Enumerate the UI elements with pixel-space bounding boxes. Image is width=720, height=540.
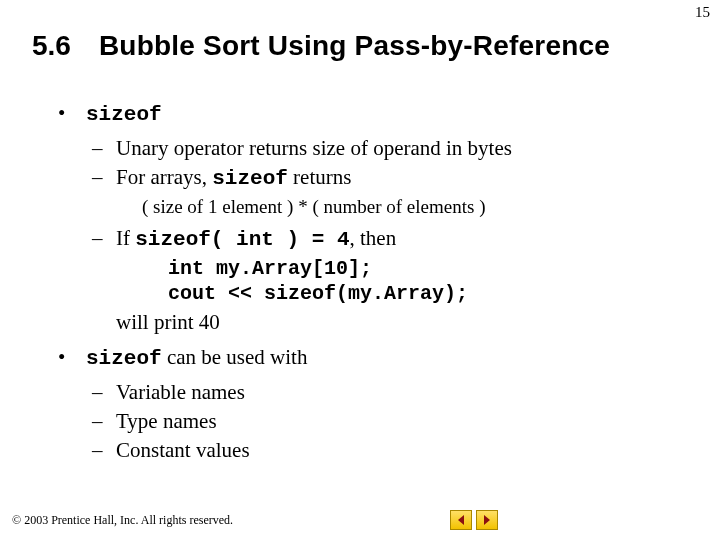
svg-marker-0 [458,515,464,525]
page-number: 15 [695,4,710,21]
nav-arrows [450,510,498,530]
bullet-sizeof-used-with: sizeof can be used with [56,344,680,373]
next-button[interactable] [476,510,498,530]
heading-title: Bubble Sort Using Pass-by-Reference [99,30,610,62]
dash-constant-values: Constant values [92,437,680,464]
code-sizeof: sizeof [86,103,162,126]
copyright-text: 2003 Prentice Hall, Inc. All rights rese… [24,513,233,528]
text-suffix: , then [350,226,397,250]
formula-line: ( size of 1 element ) * ( number of elem… [142,195,680,219]
copyright-symbol: © [12,513,21,528]
bullet-sizeof: sizeof [56,100,680,129]
chevron-right-icon [482,514,492,526]
text-prefix: If [116,226,135,250]
heading-number: 5.6 [32,30,71,62]
slide-heading: 5.6 Bubble Sort Using Pass-by-Reference [32,30,688,62]
dash-list-1b: If sizeof( int ) = 4, then [92,225,680,254]
dash-if-sizeof-int: If sizeof( int ) = 4, then [92,225,680,254]
prev-button[interactable] [450,510,472,530]
dash-variable-names: Variable names [92,379,680,406]
code-sizeof-2: sizeof [86,347,162,370]
code-line-2: cout << sizeof(my.Array); [168,281,680,307]
text-suffix: returns [288,165,352,189]
code-line-1: int my.Array[10]; [168,256,680,282]
copyright: © 2003 Prentice Hall, Inc. All rights re… [12,513,233,528]
trail-text: will print 40 [116,309,680,336]
code-sizeof-inline: sizeof [212,167,288,190]
dash-list-2: Variable names Type names Constant value… [92,379,680,464]
code-block: int my.Array[10]; cout << sizeof(my.Arra… [168,256,680,307]
footer: © 2003 Prentice Hall, Inc. All rights re… [12,510,708,530]
dash-for-arrays: For arrays, sizeof returns [92,164,680,193]
svg-marker-1 [484,515,490,525]
dash-type-names: Type names [92,408,680,435]
text-used-with: can be used with [162,345,308,369]
dash-list-1: Unary operator returns size of operand i… [92,135,680,193]
code-sizeof-int: sizeof( int ) = 4 [135,228,349,251]
text-prefix: For arrays, [116,165,212,189]
dash-unary: Unary operator returns size of operand i… [92,135,680,162]
chevron-left-icon [456,514,466,526]
slide-content: sizeof Unary operator returns size of op… [56,100,680,465]
